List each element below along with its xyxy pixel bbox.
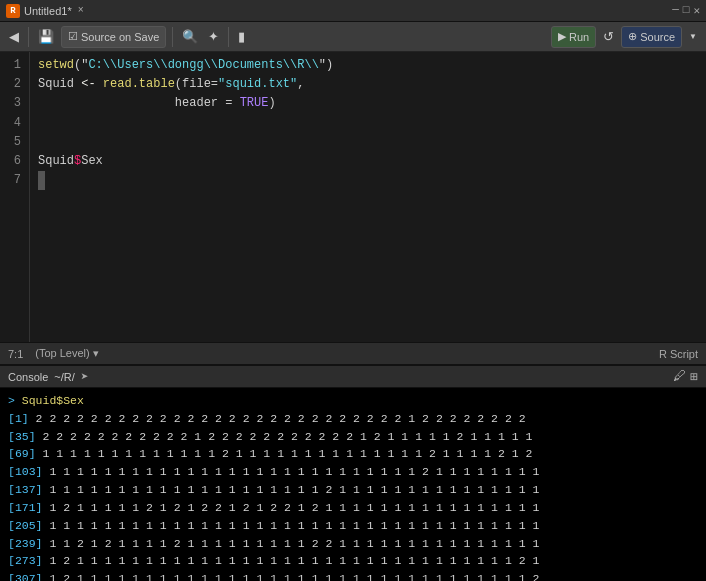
console-output-2: [35] 2 2 2 2 2 2 2 2 2 2 2 1 2 2 2 2 2 2… xyxy=(8,428,698,446)
console-toolbar: Console ~/R/ ➤ 🖊 ⊞ xyxy=(0,364,706,388)
code-line-4 xyxy=(38,114,698,133)
console-content[interactable]: > Squid$Sex [1] 2 2 2 2 2 2 2 2 2 2 2 2 … xyxy=(0,388,706,581)
code-line-7 xyxy=(38,171,698,190)
title-bar: R Untitled1* × ─ □ ✕ xyxy=(0,0,706,22)
source-dropdown-btn[interactable]: ▼ xyxy=(686,30,700,43)
wand-btn[interactable]: ✦ xyxy=(205,27,222,46)
console-output-8: [239] 1 1 2 1 2 1 1 1 1 2 1 1 1 1 1 1 1 … xyxy=(8,535,698,553)
console-output-4: [103] 1 1 1 1 1 1 1 1 1 1 1 1 1 1 1 1 1 … xyxy=(8,463,698,481)
run-icon: ▶ xyxy=(558,30,566,43)
close-btn[interactable]: ✕ xyxy=(693,4,700,17)
code-line-1: setwd("C:\\Users\\dongg\\Documents\\R\\"… xyxy=(38,56,698,75)
run-label: Run xyxy=(569,31,589,43)
run-btn[interactable]: ▶ Run xyxy=(551,26,596,48)
line-num-5: 5 xyxy=(4,133,21,152)
editor-area: 1 2 3 4 5 6 7 setwd("C:\\Users\\dongg\\D… xyxy=(0,52,706,342)
code-line-3: header = TRUE) xyxy=(38,94,698,113)
console-clear-icon[interactable]: 🖊 xyxy=(673,369,686,385)
line-numbers: 1 2 3 4 5 6 7 xyxy=(0,52,30,342)
console-output-9: [273] 1 2 1 1 1 1 1 1 1 1 1 1 1 1 1 1 1 … xyxy=(8,552,698,570)
editor-toolbar: ◀ 💾 ☑ Source on Save 🔍 ✦ ▮ ▶ Run ↺ ⊕ Sou… xyxy=(0,22,706,52)
window-controls: ─ □ ✕ xyxy=(672,4,700,17)
console-nav-icon[interactable]: ➤ xyxy=(81,369,89,385)
status-left: 7:1 (Top Level) ▾ xyxy=(8,347,99,360)
console-output-7: [205] 1 1 1 1 1 1 1 1 1 1 1 1 1 1 1 1 1 … xyxy=(8,517,698,535)
source-label: Source xyxy=(640,31,675,43)
line-num-1: 1 xyxy=(4,56,21,75)
sep3 xyxy=(228,27,229,47)
scope-label[interactable]: (Top Level) ▾ xyxy=(35,347,98,360)
console-output-3: [69] 1 1 1 1 1 1 1 1 1 1 1 1 1 2 1 1 1 1… xyxy=(8,445,698,463)
cursor-position: 7:1 xyxy=(8,348,23,360)
source-on-save-label: Source on Save xyxy=(81,31,159,43)
console-output-5: [137] 1 1 1 1 1 1 1 1 1 1 1 1 1 1 1 1 1 … xyxy=(8,481,698,499)
editor-content[interactable]: 1 2 3 4 5 6 7 setwd("C:\\Users\\dongg\\D… xyxy=(0,52,706,342)
source-on-save-checkbox: ☑ xyxy=(68,30,78,43)
maximize-btn[interactable]: □ xyxy=(683,4,690,17)
block-btn[interactable]: ▮ xyxy=(235,27,248,46)
minimize-btn[interactable]: ─ xyxy=(672,4,679,17)
toolbar-right: ▶ Run ↺ ⊕ Source ▼ xyxy=(551,26,700,48)
title-bar-text: Untitled1* xyxy=(24,5,72,17)
scope-chevron: ▾ xyxy=(93,347,99,359)
console-path: ~/R/ xyxy=(54,371,74,383)
source-on-save-btn[interactable]: ☑ Source on Save xyxy=(61,26,166,48)
sep2 xyxy=(172,27,173,47)
console-title: Console xyxy=(8,371,48,383)
line-num-2: 2 xyxy=(4,75,21,94)
line-num-6: 6 xyxy=(4,152,21,171)
code-line-5 xyxy=(38,133,698,152)
console-right: 🖊 ⊞ xyxy=(673,369,698,385)
close-tab-btn[interactable]: × xyxy=(78,5,84,16)
code-line-2: Squid <- read.table(file="squid.txt", xyxy=(38,75,698,94)
console-command-line: > Squid$Sex xyxy=(8,392,698,410)
source-btn[interactable]: ⊕ Source xyxy=(621,26,682,48)
console-prompt: > xyxy=(8,394,15,407)
code-editor[interactable]: setwd("C:\\Users\\dongg\\Documents\\R\\"… xyxy=(30,52,706,342)
script-type: R Script xyxy=(659,348,698,360)
console-command: Squid$Sex xyxy=(22,394,84,407)
line-num-7: 7 xyxy=(4,171,21,190)
sep1 xyxy=(28,27,29,47)
back-btn[interactable]: ◀ xyxy=(6,27,22,46)
console-output-6: [171] 1 2 1 1 1 1 1 2 1 2 1 2 2 1 2 1 2 … xyxy=(8,499,698,517)
app-icon: R xyxy=(6,4,20,18)
status-bar: 7:1 (Top Level) ▾ R Script xyxy=(0,342,706,364)
code-line-6: Squid$Sex xyxy=(38,152,698,171)
console-output-1: [1] 2 2 2 2 2 2 2 2 2 2 2 2 2 2 2 2 2 2 … xyxy=(8,410,698,428)
console-expand-icon[interactable]: ⊞ xyxy=(690,369,698,385)
line-num-3: 3 xyxy=(4,94,21,113)
search-btn[interactable]: 🔍 xyxy=(179,27,201,46)
source-icon: ⊕ xyxy=(628,30,637,43)
save-btn[interactable]: 💾 xyxy=(35,27,57,46)
line-num-4: 4 xyxy=(4,114,21,133)
console-output-10: [307] 1 2 1 1 1 1 1 1 1 1 1 1 1 1 1 1 1 … xyxy=(8,570,698,581)
rerun-btn[interactable]: ↺ xyxy=(600,27,617,46)
